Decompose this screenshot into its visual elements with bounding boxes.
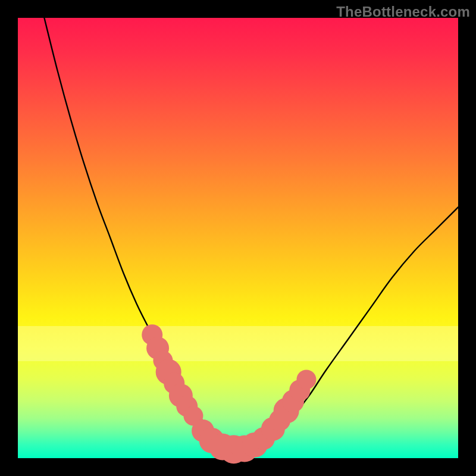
chart-frame: TheBottleneck.com bbox=[0, 0, 476, 476]
plot-area bbox=[18, 18, 458, 458]
watermark-text: TheBottleneck.com bbox=[336, 4, 470, 20]
